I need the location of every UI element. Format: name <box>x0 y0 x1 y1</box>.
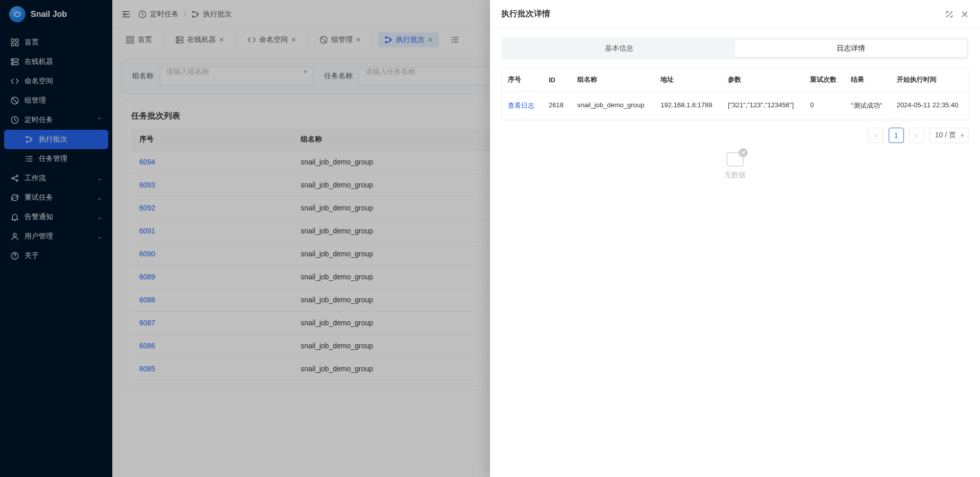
drawer-tab-log[interactable]: 日志详情 <box>735 40 967 57</box>
detail-col-5: 重试次数 <box>804 68 845 92</box>
view-log-link[interactable]: 查看日志 <box>502 92 543 120</box>
detail-col-3: 地址 <box>654 68 722 92</box>
detail-result: "测试成功" <box>845 92 891 120</box>
detail-pagination: ‹ 1 › 10 / 页 <box>501 128 969 143</box>
drawer-tab-basic[interactable]: 基本信息 <box>503 40 735 57</box>
detail-col-0: 序号 <box>502 68 543 92</box>
pager-size-select[interactable]: 10 / 页 <box>929 128 969 143</box>
detail-col-4: 参数 <box>722 68 804 92</box>
detail-col-7: 开始执行时间 <box>891 68 968 92</box>
drawer-tab-segment: 基本信息 日志详情 <box>501 38 969 59</box>
pager-page-1[interactable]: 1 <box>889 128 904 143</box>
drawer-title: 执行批次详情 <box>501 9 550 19</box>
detail-col-6: 结果 <box>845 68 891 92</box>
detail-group: snail_job_demo_group <box>571 92 655 120</box>
pager-prev-button[interactable]: ‹ <box>868 128 884 143</box>
detail-table: 序号ID组名称地址参数重试次数结果开始执行时间 查看日志2618snail_jo… <box>501 67 969 121</box>
drawer-header: 执行批次详情 <box>490 0 980 29</box>
detail-retry: 0 <box>804 92 845 120</box>
detail-params: ["321","123","123456"] <box>722 92 804 120</box>
pager-next-button[interactable]: › <box>909 128 924 143</box>
detail-addr: 192.168.1.8:1789 <box>654 92 722 120</box>
empty-state: 无数据 <box>501 152 969 180</box>
detail-drawer: 执行批次详情 基本信息 日志详情 序号ID组名称地址参数重试次数结果开始执行时间… <box>490 0 980 477</box>
empty-icon <box>726 152 744 166</box>
detail-col-1: ID <box>543 68 571 92</box>
detail-row: 查看日志2618snail_job_demo_group192.168.1.8:… <box>502 92 968 120</box>
detail-start: 2024-05-11 22:35:40 <box>891 92 968 120</box>
empty-text: 无数据 <box>724 171 746 180</box>
drawer-close-button[interactable] <box>961 10 969 18</box>
detail-col-2: 组名称 <box>571 68 655 92</box>
drawer-body: 基本信息 日志详情 序号ID组名称地址参数重试次数结果开始执行时间 查看日志26… <box>490 29 980 477</box>
detail-id: 2618 <box>543 92 571 120</box>
drawer-fullscreen-button[interactable] <box>945 10 953 18</box>
